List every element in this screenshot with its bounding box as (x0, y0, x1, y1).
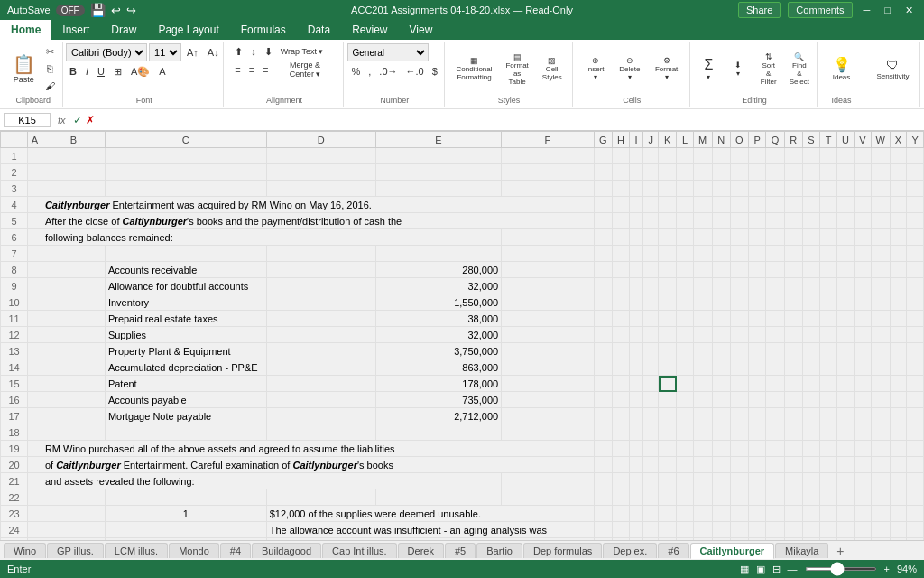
conditional-formatting-btn[interactable]: ▦ ConditionalFormatting (452, 46, 497, 91)
cell-B22[interactable] (42, 489, 105, 506)
cell-L23[interactable] (677, 506, 693, 522)
cell-S9[interactable] (802, 278, 819, 294)
cell-S21[interactable] (802, 473, 819, 489)
cell-P10[interactable] (748, 294, 765, 311)
cell-W9[interactable] (871, 278, 890, 294)
cell-B13[interactable] (42, 343, 105, 359)
cell-J17[interactable] (643, 408, 659, 424)
sheet-tab-dep-ex[interactable]: Dep ex. (603, 543, 657, 558)
sheet-tab-mikayla[interactable]: Mikayla (775, 543, 828, 558)
cell-A7[interactable] (28, 246, 42, 262)
cell-U9[interactable] (836, 278, 854, 294)
cell-J9[interactable] (643, 278, 659, 294)
cell-I12[interactable] (630, 327, 643, 343)
cell-O12[interactable] (730, 327, 748, 343)
cell-N3[interactable] (712, 181, 730, 197)
cell-P22[interactable] (748, 489, 765, 506)
comma-btn[interactable]: , (365, 63, 374, 79)
cell-F9[interactable] (502, 278, 595, 294)
cell-D16[interactable] (266, 392, 375, 408)
cell-C11[interactable]: Prepaid real estate taxes (105, 311, 266, 327)
cell-S12[interactable] (802, 327, 819, 343)
cell-R24[interactable] (784, 522, 802, 538)
cell-Q15[interactable] (766, 376, 784, 392)
cell-J18[interactable] (643, 424, 659, 441)
cell-R20[interactable] (784, 457, 802, 473)
cell-U10[interactable] (836, 294, 854, 311)
cell-H24[interactable] (613, 522, 630, 538)
cell-M12[interactable] (693, 327, 712, 343)
cell-P18[interactable] (748, 424, 765, 441)
cell-I17[interactable] (630, 408, 643, 424)
cell-D14[interactable] (266, 359, 375, 376)
cell-C12[interactable]: Supplies (105, 327, 266, 343)
merge-center-btn[interactable]: Merge & Center ▾ (273, 61, 337, 78)
row-header-14[interactable]: 14 (1, 359, 28, 376)
sheet-tab-5[interactable]: #5 (445, 543, 476, 558)
border-btn[interactable]: ⊞ (110, 63, 125, 79)
cell-X10[interactable] (890, 294, 907, 311)
cell-S2[interactable] (802, 164, 819, 181)
cell-T21[interactable] (820, 473, 837, 489)
row-header-11[interactable]: 11 (1, 311, 28, 327)
cell-L19[interactable] (677, 441, 693, 457)
cell-S20[interactable] (802, 457, 819, 473)
cell-V19[interactable] (855, 441, 872, 457)
col-header-F[interactable]: F (502, 132, 595, 148)
cell-J22[interactable] (643, 489, 659, 506)
zoom-out-btn[interactable]: — (788, 564, 798, 574)
row-header-5[interactable]: 5 (1, 213, 28, 229)
cell-X20[interactable] (890, 457, 907, 473)
cell-H5[interactable] (613, 213, 630, 229)
cell-E17[interactable]: 2,712,000 (375, 408, 502, 424)
cell-J4[interactable] (643, 197, 659, 213)
cell-N18[interactable] (712, 424, 730, 441)
cell-D11[interactable] (266, 311, 375, 327)
col-header-M[interactable]: M (693, 132, 712, 148)
cell-F17[interactable] (502, 408, 595, 424)
col-header-T[interactable]: T (820, 132, 837, 148)
cell-J21[interactable] (643, 473, 659, 489)
cell-Y15[interactable] (907, 376, 924, 392)
cell-Y1[interactable] (907, 148, 924, 164)
cell-R13[interactable] (784, 343, 802, 359)
cell-R2[interactable] (784, 164, 802, 181)
cell-V18[interactable] (855, 424, 872, 441)
cell-O4[interactable] (730, 197, 748, 213)
decrease-font-btn[interactable]: A↓ (204, 44, 223, 61)
cell-U18[interactable] (836, 424, 854, 441)
cell-B6[interactable]: following balances remained: (42, 229, 501, 246)
cell-O1[interactable] (730, 148, 748, 164)
cell-Q6[interactable] (766, 229, 784, 246)
cell-M21[interactable] (693, 473, 712, 489)
cell-H1[interactable] (613, 148, 630, 164)
italic-btn[interactable]: I (82, 63, 92, 79)
cell-P1[interactable] (748, 148, 765, 164)
tab-review[interactable]: Review (341, 20, 398, 40)
comments-button[interactable]: Comments (788, 2, 852, 18)
cell-T14[interactable] (820, 359, 837, 376)
cell-B4[interactable]: Caitlynburger Entertainment was acquired… (42, 197, 594, 213)
sheet-tab-4[interactable]: #4 (220, 543, 251, 558)
cell-E18[interactable] (375, 424, 502, 441)
cell-H15[interactable] (613, 376, 630, 392)
fill-btn[interactable]: ⬇ ▾ (725, 46, 752, 91)
cell-W10[interactable] (871, 294, 890, 311)
cell-N23[interactable] (712, 506, 730, 522)
row-header-24[interactable]: 24 (1, 522, 28, 538)
cell-O3[interactable] (730, 181, 748, 197)
sensitivity-btn[interactable]: 🛡 Sensitivity (872, 46, 913, 91)
cell-Q2[interactable] (766, 164, 784, 181)
cell-P24[interactable] (748, 522, 765, 538)
cell-R11[interactable] (784, 311, 802, 327)
cell-O24[interactable] (730, 522, 748, 538)
cell-W5[interactable] (871, 213, 890, 229)
cell-Q21[interactable] (766, 473, 784, 489)
tab-page-layout[interactable]: Page Layout (147, 20, 229, 40)
cell-F14[interactable] (502, 359, 595, 376)
cell-N17[interactable] (712, 408, 730, 424)
cell-O15[interactable] (730, 376, 748, 392)
cell-X2[interactable] (890, 164, 907, 181)
cell-J5[interactable] (643, 213, 659, 229)
cell-W24[interactable] (871, 522, 890, 538)
